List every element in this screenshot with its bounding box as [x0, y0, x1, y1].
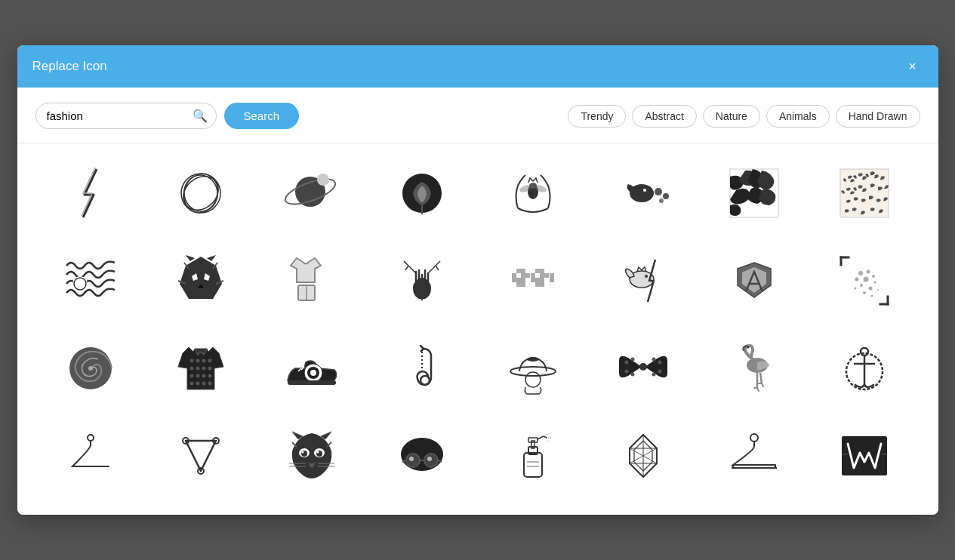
icon-clothes-hanger[interactable] — [699, 412, 810, 500]
icon-perfume-bottle[interactable] — [478, 412, 589, 500]
svg-point-64 — [645, 275, 648, 278]
icon-clothing-set[interactable] — [257, 237, 368, 325]
svg-rect-54 — [531, 278, 535, 282]
divider — [17, 143, 938, 143]
icon-wave-pattern[interactable] — [35, 237, 146, 325]
icon-zebra-pattern[interactable] — [699, 149, 810, 237]
svg-line-40 — [436, 266, 439, 270]
svg-point-111 — [625, 361, 629, 365]
icon-tiger-geometric[interactable] — [146, 237, 257, 325]
icon-circle-scribble[interactable] — [146, 149, 257, 237]
modal-title: Replace Icon — [32, 59, 107, 74]
svg-point-80 — [871, 295, 873, 297]
svg-point-91 — [190, 374, 194, 378]
icon-leopard-pattern[interactable] — [809, 149, 920, 237]
svg-point-74 — [874, 282, 876, 284]
svg-rect-58 — [544, 273, 549, 278]
svg-rect-56 — [540, 273, 544, 278]
svg-line-122 — [760, 373, 762, 383]
svg-point-14 — [643, 189, 646, 192]
close-button[interactable]: × — [902, 56, 923, 77]
svg-point-75 — [860, 284, 863, 287]
filter-hand-drawn[interactable]: Hand Drawn — [836, 105, 920, 128]
svg-rect-47 — [521, 278, 525, 282]
svg-point-172 — [750, 434, 758, 442]
svg-point-87 — [190, 367, 194, 371]
icon-polo-shirt[interactable] — [146, 325, 257, 412]
icon-shield-badge[interactable] — [699, 237, 810, 325]
svg-marker-31 — [186, 255, 195, 261]
icon-cross-sticks[interactable] — [146, 412, 257, 500]
filter-abstract[interactable]: Abstract — [632, 105, 696, 128]
svg-point-108 — [525, 372, 541, 387]
icon-bow-tie[interactable] — [588, 325, 699, 412]
icon-dot-frame[interactable] — [809, 237, 920, 325]
svg-point-86 — [208, 359, 212, 363]
svg-point-82 — [88, 366, 93, 371]
svg-point-89 — [202, 367, 206, 371]
svg-point-114 — [652, 358, 656, 362]
svg-marker-32 — [207, 255, 216, 261]
svg-point-96 — [196, 382, 200, 386]
svg-point-78 — [877, 289, 879, 291]
icon-safety-pin[interactable] — [367, 325, 478, 412]
icon-flamingo[interactable] — [699, 325, 810, 412]
icon-wood-spiral[interactable] — [35, 325, 146, 412]
svg-point-107 — [510, 367, 556, 376]
svg-point-155 — [427, 457, 432, 461]
svg-point-72 — [855, 278, 859, 282]
icon-bird-lightning[interactable] — [588, 237, 699, 325]
icon-tiger-face-detailed[interactable] — [257, 412, 368, 500]
svg-rect-159 — [528, 438, 538, 442]
icon-rose-dark[interactable] — [367, 149, 478, 237]
svg-line-128 — [186, 441, 201, 471]
svg-point-112 — [631, 358, 635, 362]
icon-abstract-monogram[interactable] — [809, 412, 920, 500]
svg-point-93 — [202, 374, 206, 378]
search-input[interactable] — [35, 103, 217, 129]
filter-trendy[interactable]: Trendy — [568, 105, 626, 128]
svg-point-16 — [663, 193, 669, 199]
icon-pixel-hearts[interactable] — [478, 237, 589, 325]
svg-rect-104 — [288, 380, 336, 385]
filter-nature[interactable]: Nature — [703, 105, 760, 128]
icon-hand-branches[interactable] — [367, 237, 478, 325]
icon-lightning[interactable] — [35, 149, 146, 237]
svg-point-95 — [190, 382, 194, 386]
svg-rect-46 — [521, 273, 525, 278]
icon-bird-dots[interactable] — [588, 149, 699, 237]
filter-animals[interactable]: Animals — [766, 105, 830, 128]
svg-rect-44 — [512, 278, 516, 282]
svg-point-90 — [208, 367, 212, 371]
svg-rect-62 — [550, 278, 554, 282]
icon-hanger-simple[interactable] — [35, 412, 146, 500]
svg-line-35 — [408, 266, 416, 273]
svg-point-77 — [855, 288, 857, 290]
icon-anchor[interactable] — [809, 325, 920, 412]
svg-rect-156 — [524, 453, 542, 477]
svg-point-140 — [301, 451, 303, 454]
icon-grid — [35, 149, 920, 500]
svg-rect-45 — [516, 278, 521, 282]
search-button[interactable]: Search — [224, 103, 300, 129]
icon-spy-glasses[interactable] — [367, 412, 478, 500]
svg-point-92 — [196, 374, 200, 378]
svg-point-105 — [421, 376, 430, 385]
icon-planet-abstract[interactable] — [257, 149, 368, 237]
search-input-wrap: 🔍 — [35, 103, 217, 129]
svg-point-76 — [869, 287, 873, 291]
icon-diamond-pattern[interactable] — [588, 412, 699, 500]
svg-rect-60 — [540, 282, 544, 287]
icon-hat-woman[interactable] — [478, 325, 589, 412]
svg-point-115 — [625, 370, 629, 374]
filter-tags: Trendy Abstract Nature Animals Hand Draw… — [568, 105, 920, 128]
svg-line-162 — [547, 441, 551, 442]
svg-point-6 — [317, 174, 329, 186]
svg-point-84 — [196, 359, 200, 363]
modal-body: 🔍 Search Trendy Abstract Nature Animals … — [17, 88, 938, 515]
svg-line-38 — [428, 266, 436, 273]
icon-sneaker[interactable] — [257, 325, 368, 412]
svg-point-73 — [864, 277, 869, 282]
svg-point-94 — [208, 374, 212, 378]
icon-bee-wreath[interactable] — [478, 149, 589, 237]
